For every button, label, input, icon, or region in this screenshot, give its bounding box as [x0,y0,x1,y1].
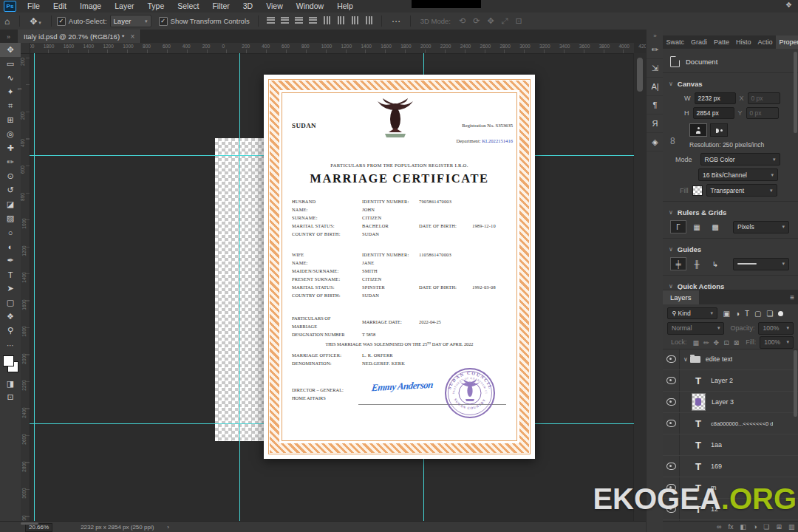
layer-visibility-toggle[interactable] [663,456,680,477]
color-swatches[interactable] [0,353,21,377]
fill-swatch[interactable] [692,185,703,196]
lock-artboard-icon[interactable]: ⊡ [721,339,732,347]
scrollbar-thumb[interactable] [637,58,643,92]
grid-dots-icon[interactable]: ▩ [707,220,723,233]
align-left-edges-icon[interactable] [324,16,330,24]
pen-tool[interactable]: ✒ [0,253,21,267]
layers-scrollbar[interactable] [794,349,797,519]
tab-overflow-icon[interactable]: » [0,33,18,43]
blend-mode-select[interactable]: Normal▾ [667,322,724,335]
filter-adjustment-layers-icon[interactable]: ◑ [732,310,742,318]
layer-row-2[interactable]: TLayer 2 [663,370,798,392]
vertical-scrollbar[interactable] [633,53,646,521]
ruler-corner-icon[interactable]: Γ [670,220,686,233]
layer-visibility-toggle[interactable] [663,477,680,498]
panel-tab-histo[interactable]: Histo [733,35,755,49]
new-layer-icon[interactable]: ⊞ [773,523,785,531]
filter-type-layers-icon[interactable]: T [743,310,752,318]
panel-tab-patte[interactable]: Patte [711,35,733,49]
auto-select-checkbox[interactable]: ✓ [57,17,66,26]
edit-toolbar-icon[interactable]: ⋯ [0,340,21,350]
width-field[interactable]: 2232 px [695,92,736,104]
filter-shape-layers-icon[interactable]: ▢ [752,310,764,318]
app-icon[interactable]: Ps [4,1,16,12]
layer-mask-icon[interactable]: ◧ [737,523,750,531]
foreground-color-swatch[interactable] [3,355,14,366]
quick-mask-button[interactable]: ◨ [0,377,21,390]
menu-filter[interactable]: Filter [205,0,236,13]
current-tool-preset[interactable]: ✥▾ [25,16,46,27]
clone-stamp-tool[interactable]: ⊙ [0,169,21,183]
properties-scrollbar[interactable] [794,52,797,285]
menu-bar-right-icon[interactable]: ❖ [785,1,792,9]
align-horizontal-centers-icon[interactable] [338,16,344,24]
align-top-edges-icon[interactable] [267,17,275,24]
guides-layout-icon[interactable]: ╪ [670,257,686,270]
dodge-tool[interactable]: ◐ [0,239,21,253]
layer-filter-toggle-icon[interactable] [778,311,783,316]
guide-style-select[interactable]: ▾ [733,258,789,270]
path-selection-tool[interactable]: ➤ [0,282,21,296]
panel-collapse-icon[interactable]: » [647,30,664,41]
rulers-grids-section-header[interactable]: ∨Rulers & Grids [669,206,798,218]
menu-edit[interactable]: Edit [47,0,73,13]
paragraph-panel-icon[interactable]: ¶ [647,96,664,115]
layer-fill-select[interactable]: 100%▾ [760,336,794,349]
layer-visibility-toggle[interactable] [663,349,680,369]
layer-visibility-toggle[interactable] [663,392,680,412]
menu-file[interactable]: File [21,0,47,13]
show-transform-checkbox[interactable]: ✓ [159,17,168,26]
menu-type[interactable]: Type [140,0,171,13]
fill-select[interactable]: Transparent▾ [706,184,777,197]
move-tool[interactable]: ✥ [0,43,21,57]
layer-visibility-toggle[interactable] [663,413,680,434]
brush-tool[interactable]: ✏ [0,155,21,169]
panel-tab-actio[interactable]: Actio [754,35,776,49]
document-tab[interactable]: Italy id.psd @ 20.7% (RGB/16) * × [18,30,141,43]
layer-visibility-toggle[interactable] [663,499,680,519]
delete-layer-icon[interactable]: ▥ [785,523,798,531]
lock-image-pixels-icon[interactable]: ✏ [701,339,712,347]
hand-tool[interactable]: ❖ [0,310,21,324]
horizontal-ruler[interactable]: 2000180016001400120010008006004002000200… [21,43,634,54]
lasso-tool[interactable]: ∿ [0,71,21,85]
glyphs-panel-icon[interactable]: Я [647,115,664,133]
eraser-tool[interactable]: ◪ [0,197,21,211]
layer-row-1[interactable]: ∨edite text [663,349,798,370]
canvas-section-header[interactable]: ∨Canvas [669,78,798,89]
guides-new-icon[interactable]: ╫ [689,257,705,270]
more-options-icon[interactable]: ⋯ [387,16,405,27]
panel-tab-properties[interactable]: Properties [776,35,798,49]
layers-tab[interactable]: Layers [663,290,699,304]
height-field[interactable]: 2854 px [693,107,734,119]
guides-section-header[interactable]: ∨Guides [669,243,798,255]
3d-panel-icon[interactable]: ◈ [647,133,664,151]
mode-select[interactable]: RGB Color▾ [700,153,780,166]
menu-help[interactable]: Help [330,0,360,13]
guide-vertical-1[interactable] [34,53,35,521]
auto-select-target-dropdown[interactable]: Layer▾ [110,15,151,27]
link-layers-icon[interactable]: ∞ [713,523,724,531]
distribute-vertical-icon[interactable] [309,17,317,24]
align-bottom-edges-icon[interactable] [295,17,303,24]
menu-layer[interactable]: Layer [108,0,140,13]
layer-row-3[interactable]: Layer 3 [663,392,798,413]
gradient-tool[interactable]: ▨ [0,211,21,225]
rectangle-tool[interactable]: ▢ [0,296,21,310]
link-dimensions-icon[interactable]: 8 [670,136,675,146]
layer-row-6[interactable]: T169 [663,456,798,477]
menu-3d[interactable]: 3D [236,0,259,13]
ruler-units-select[interactable]: Pixels▾ [733,221,789,233]
bit-depth-select[interactable]: 16 Bits/Channel▾ [698,168,778,181]
orientation-portrait-button[interactable] [689,123,707,137]
type-tool[interactable]: T [0,267,21,282]
grid-icon[interactable]: ▦ [689,220,705,233]
character-panel-icon[interactable]: A| [647,78,664,96]
layer-visibility-toggle[interactable] [663,370,680,391]
layers-panel-menu-icon[interactable]: ≡ [786,291,798,304]
frame-tool[interactable]: ⊞ [0,113,21,127]
new-group-icon[interactable]: ❏ [760,523,773,531]
layer-row-8[interactable]: T12 [663,499,798,520]
eyedropper-tool[interactable]: ◎ [0,127,21,141]
menu-window[interactable]: Window [290,0,330,13]
